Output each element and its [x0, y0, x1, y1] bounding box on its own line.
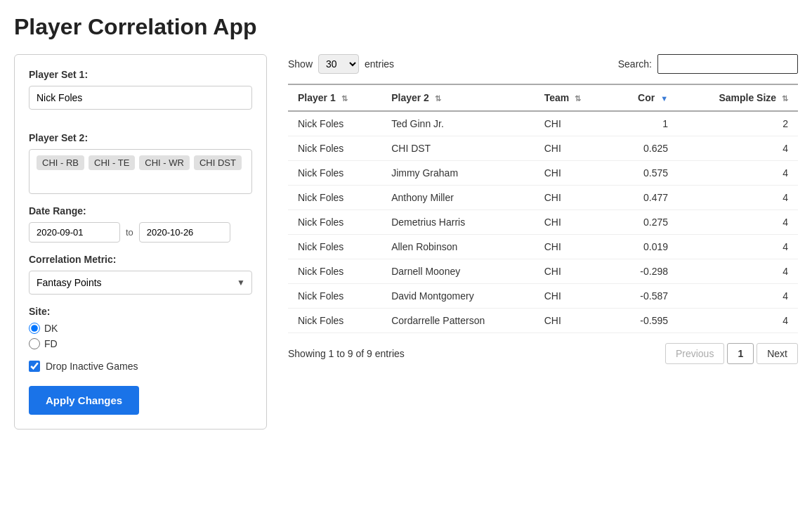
table-row: Nick Foles CHI DST CHI 0.625 4 — [288, 136, 798, 161]
cell-cor: 0.575 — [610, 161, 678, 186]
cell-player2: CHI DST — [381, 136, 535, 161]
cell-player2: Allen Robinson — [381, 235, 535, 259]
col-player2-sort-icon: ⇅ — [435, 94, 441, 103]
cell-cor: -0.595 — [610, 309, 678, 333]
cell-sample-size: 4 — [678, 161, 798, 186]
cell-team: CHI — [535, 259, 611, 284]
cell-player1: Nick Foles — [288, 309, 381, 333]
cell-sample-size: 4 — [678, 235, 798, 259]
showing-text: Showing 1 to 9 of 9 entries — [288, 348, 405, 359]
entries-label: entries — [365, 58, 394, 70]
site-label: Site: — [29, 306, 252, 317]
site-fd-radio[interactable] — [29, 338, 40, 349]
table-row: Nick Foles Ted Ginn Jr. CHI 1 2 — [288, 111, 798, 136]
cell-team: CHI — [535, 161, 611, 186]
col-cor[interactable]: Cor ▼ — [610, 84, 678, 111]
previous-button[interactable]: Previous — [665, 343, 724, 364]
cell-sample-size: 4 — [678, 186, 798, 210]
cell-sample-size: 4 — [678, 136, 798, 161]
table-footer: Showing 1 to 9 of 9 entries Previous 1 N… — [288, 343, 798, 364]
cell-player2: Darnell Mooney — [381, 259, 535, 284]
cell-cor: -0.587 — [610, 284, 678, 309]
page-1-button[interactable]: 1 — [727, 343, 754, 364]
search-input[interactable] — [657, 54, 798, 74]
cell-team: CHI — [535, 235, 611, 259]
cell-player1: Nick Foles — [288, 161, 381, 186]
table-row: Nick Foles Demetrius Harris CHI 0.275 4 — [288, 210, 798, 235]
date-range-label: Date Range: — [29, 205, 252, 217]
pagination: Previous 1 Next — [665, 343, 798, 364]
cell-player1: Nick Foles — [288, 186, 381, 210]
cell-player1: Nick Foles — [288, 210, 381, 235]
apply-changes-button[interactable]: Apply Changes — [29, 386, 139, 415]
cell-sample-size: 4 — [678, 284, 798, 309]
cell-cor: 0.477 — [610, 186, 678, 210]
next-button[interactable]: Next — [757, 343, 798, 364]
col-cor-label: Cor — [638, 92, 655, 103]
cell-cor: 0.625 — [610, 136, 678, 161]
cell-sample-size: 4 — [678, 210, 798, 235]
cell-team: CHI — [535, 186, 611, 210]
cell-team: CHI — [535, 309, 611, 333]
correlation-metric-dropdown[interactable]: Fantasy PointsPointsYardage — [29, 271, 252, 295]
cell-player2: Cordarrelle Patterson — [381, 309, 535, 333]
show-entries-group: Show 10253050100 entries — [288, 54, 394, 74]
table-controls: Show 10253050100 entries Search: — [288, 54, 798, 74]
site-fd-label: FD — [44, 338, 58, 349]
table-row: Nick Foles Jimmy Graham CHI 0.575 4 — [288, 161, 798, 186]
cell-sample-size: 2 — [678, 111, 798, 136]
cell-player2: Demetrius Harris — [381, 210, 535, 235]
show-label: Show — [288, 58, 313, 70]
player-set1-input[interactable] — [29, 86, 252, 110]
col-player1[interactable]: Player 1 ⇅ — [288, 84, 381, 111]
col-team-label: Team — [544, 92, 570, 103]
site-fd-row: FD — [29, 338, 252, 349]
date-from-input[interactable] — [29, 222, 120, 243]
cell-team: CHI — [535, 136, 611, 161]
col-player1-sort-icon: ⇅ — [341, 94, 348, 103]
table-header-row: Player 1 ⇅ Player 2 ⇅ Team ⇅ Cor ▼ — [288, 84, 798, 111]
drop-inactive-row: Drop Inactive Games — [29, 361, 252, 372]
date-to-input[interactable] — [139, 222, 230, 243]
player-set1-label: Player Set 1: — [29, 69, 252, 80]
site-dk-row: DK — [29, 323, 252, 334]
table-row: Nick Foles Anthony Miller CHI 0.477 4 — [288, 186, 798, 210]
date-range-row: to — [29, 222, 252, 243]
cell-sample-size: 4 — [678, 259, 798, 284]
cell-player1: Nick Foles — [288, 136, 381, 161]
player-set2-tag: CHI DST — [194, 155, 242, 170]
player-set2-box: CHI - RBCHI - TECHI - WRCHI DST — [29, 149, 252, 194]
date-separator: to — [126, 227, 133, 238]
cell-player2: David Montgomery — [381, 284, 535, 309]
cell-team: CHI — [535, 111, 611, 136]
correlation-metric-label: Correlation Metric: — [29, 254, 252, 265]
correlation-metric-select[interactable]: Fantasy PointsPointsYardage — [29, 271, 252, 295]
table-row: Nick Foles David Montgomery CHI -0.587 4 — [288, 284, 798, 309]
cell-team: CHI — [535, 210, 611, 235]
right-panel: Show 10253050100 entries Search: Player … — [288, 54, 798, 364]
col-player1-label: Player 1 — [298, 92, 336, 103]
col-sample-size-sort-icon: ⇅ — [782, 94, 788, 103]
search-label: Search: — [618, 58, 652, 70]
cell-player2: Jimmy Graham — [381, 161, 535, 186]
site-dk-radio[interactable] — [29, 323, 40, 334]
cell-player2: Anthony Miller — [381, 186, 535, 210]
sidebar: Player Set 1: Player Set 2: CHI - RBCHI … — [14, 54, 267, 430]
cell-player1: Nick Foles — [288, 111, 381, 136]
col-sample-size[interactable]: Sample Size ⇅ — [678, 84, 798, 111]
table-row: Nick Foles Allen Robinson CHI 0.019 4 — [288, 235, 798, 259]
col-cor-sort-icon: ▼ — [660, 94, 668, 103]
entries-count-select[interactable]: 10253050100 — [318, 54, 359, 74]
col-sample-size-label: Sample Size — [719, 92, 776, 103]
cell-player2: Ted Ginn Jr. — [381, 111, 535, 136]
col-player2[interactable]: Player 2 ⇅ — [381, 84, 535, 111]
search-box: Search: — [618, 54, 798, 74]
page-title: Player Correlation App — [14, 14, 798, 40]
drop-inactive-label: Drop Inactive Games — [46, 361, 138, 372]
player-set2-tag: CHI - RB — [37, 155, 84, 170]
col-team[interactable]: Team ⇅ — [535, 84, 611, 111]
player-set2-tag: CHI - WR — [139, 155, 190, 170]
drop-inactive-checkbox[interactable] — [29, 361, 40, 372]
table-row: Nick Foles Darnell Mooney CHI -0.298 4 — [288, 259, 798, 284]
correlation-table: Player 1 ⇅ Player 2 ⇅ Team ⇅ Cor ▼ — [288, 84, 798, 333]
